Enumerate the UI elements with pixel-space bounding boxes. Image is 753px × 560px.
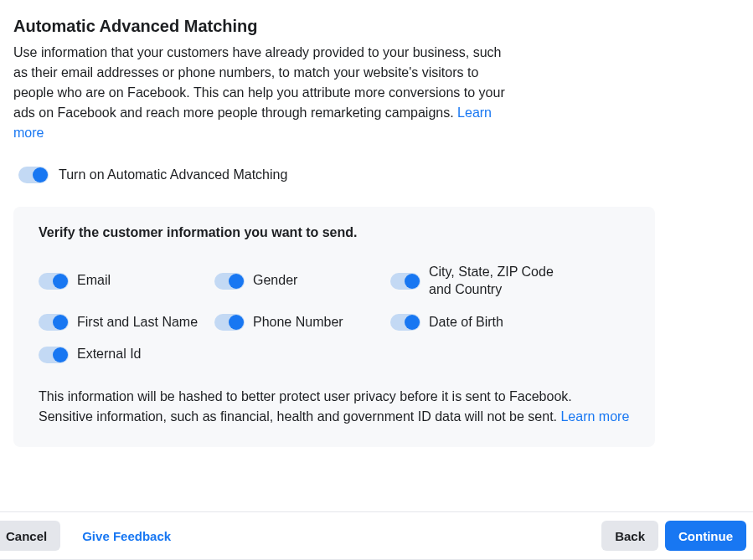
toggle-external-id[interactable] [39, 347, 69, 363]
toggle-name[interactable] [39, 314, 69, 331]
toggle-knob [405, 274, 420, 289]
toggle-item-email: Email [39, 272, 214, 290]
toggle-item-phone: Phone Number [214, 314, 390, 331]
toggle-item-dob: Date of Birth [390, 314, 630, 331]
toggle-knob [53, 315, 68, 330]
toggle-grid: Email Gender City, State, ZIP Code and C… [39, 264, 630, 363]
toggle-city[interactable] [390, 273, 420, 290]
toggle-label-city: City, State, ZIP Code and Country [429, 264, 571, 299]
verify-learn-more-link[interactable]: Learn more [560, 409, 629, 424]
toggle-knob [229, 315, 244, 330]
toggle-knob [33, 167, 48, 182]
toggle-dob[interactable] [390, 314, 420, 331]
toggle-label-external-id: External Id [77, 346, 141, 363]
bottom-bar: Cancel Give Feedback Back Continue [0, 511, 753, 560]
verify-footer: This information will be hashed to bette… [39, 387, 630, 427]
toggle-phone[interactable] [214, 314, 245, 331]
toggle-knob [53, 274, 68, 289]
toggle-gender[interactable] [214, 273, 245, 290]
toggle-label-dob: Date of Birth [429, 314, 503, 331]
give-feedback-button[interactable]: Give Feedback [69, 521, 184, 551]
toggle-knob [53, 347, 68, 362]
continue-button[interactable]: Continue [665, 521, 746, 551]
toggle-email[interactable] [39, 273, 69, 290]
cancel-button[interactable]: Cancel [0, 521, 60, 551]
verify-card: Verify the customer information you want… [13, 207, 655, 447]
main-toggle-row: Turn on Automatic Advanced Matching [13, 167, 740, 183]
toggle-label-phone: Phone Number [253, 314, 343, 331]
verify-title: Verify the customer information you want… [39, 225, 630, 240]
toggle-knob [405, 315, 420, 330]
toggle-label-email: Email [77, 272, 111, 290]
toggle-item-name: First and Last Name [39, 314, 214, 331]
section-description: Use information that your customers have… [13, 43, 508, 143]
toggle-label-gender: Gender [253, 272, 297, 290]
main-toggle-label: Turn on Automatic Advanced Matching [59, 167, 287, 182]
toggle-knob [229, 274, 244, 289]
toggle-item-city: City, State, ZIP Code and Country [390, 264, 630, 299]
description-text: Use information that your customers have… [13, 45, 505, 120]
verify-footer-text: This information will be hashed to bette… [39, 389, 572, 424]
toggle-item-external-id: External Id [39, 346, 214, 363]
main-toggle[interactable] [18, 167, 49, 183]
toggle-label-name: First and Last Name [77, 314, 198, 331]
toggle-item-gender: Gender [214, 272, 390, 290]
section-title: Automatic Advanced Matching [13, 17, 740, 36]
back-button[interactable]: Back [601, 521, 658, 551]
